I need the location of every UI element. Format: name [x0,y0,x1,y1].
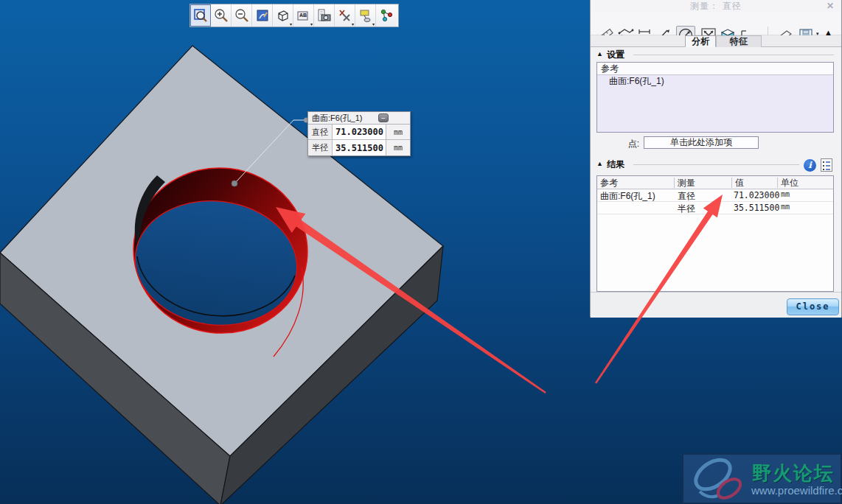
annotation-display-button[interactable]: ▾ [355,4,376,27]
zoom-window-button[interactable] [190,4,211,27]
radius-label: 半径 [308,140,333,155]
measure-dialog: 测量： 直径 ✕ [590,0,842,318]
reference-collector-header: 参考 [597,63,833,75]
watermark-title: 野火论坛 [752,461,835,486]
section-rule [633,55,834,55]
dropdown-arrow-icon: ▾ [310,22,313,27]
repaint-button[interactable] [252,4,273,27]
cell-value: 35.511500 [734,203,779,213]
cell-measure: 直径 [678,190,695,203]
tab-analysis[interactable]: 分析 [685,35,716,47]
display-style-cube-icon [275,7,291,24]
watermark-url: www.proewildfire.cn [751,484,842,497]
spin-center-icon [378,7,394,24]
repaint-icon [254,7,271,24]
cell-measure: 半径 [678,203,695,215]
close-button[interactable]: Close [787,298,839,315]
diameter-value: 71.023000 [333,125,386,139]
section-rule [633,164,799,165]
tooltip-surface-label: 曲面:F6(孔_1) [312,113,362,124]
cell-unit: mm [781,190,790,198]
view-toolbar: ▾ AB ▾ ▾ [189,4,399,27]
collapse-triangle-icon[interactable]: ▲ [596,50,603,57]
dropdown-arrow-icon: ▾ [352,22,354,27]
radius-unit: mm [386,140,410,155]
cell-unit: mm [781,203,790,211]
annotation-tag-icon [358,7,374,24]
table-row[interactable]: 半径 35.511500 mm [597,202,833,214]
spin-center-button[interactable] [376,4,397,27]
col-value: 值 [735,177,744,189]
reference-item-surface[interactable]: 曲面:F6(孔_1) [597,75,833,87]
diameter-label: 直径 [308,125,333,139]
dropdown-arrow-icon: ▾ [372,22,375,27]
zoom-out-button[interactable] [232,4,252,27]
col-measure: 测量 [678,177,695,189]
tab-feature[interactable]: 特征 [716,35,762,47]
results-label: 结果 [607,158,624,171]
dialog-title: 测量： 直径 [591,0,841,12]
tooltip-diameter-row: 直径 71.023000 mm [308,125,410,140]
note-button[interactable]: AB ▾ [293,4,314,27]
saved-views-button[interactable] [314,4,335,27]
display-style-button[interactable]: ▾ [273,4,293,27]
datum-off-icon [337,7,353,24]
radius-value: 35.511500 [333,140,386,155]
tooltip-minimize-button[interactable]: − [378,113,389,122]
point-label: 点: [596,138,639,150]
reference-collector[interactable]: 参考 曲面:F6(孔_1) [596,62,834,133]
diameter-unit: mm [386,125,410,139]
zoom-in-icon [213,7,229,24]
collapse-triangle-icon[interactable]: ▲ [596,160,603,167]
settings-label: 设置 [607,49,624,61]
close-icon[interactable]: ✕ [825,1,835,11]
results-table: 参考 测量 值 单位 曲面:F6(孔_1) 直径 71.023000 mm 半径… [596,175,834,292]
info-icon[interactable]: i [804,159,816,172]
cad-application-window: ▾ AB ▾ ▾ [0,0,842,504]
measure-point-dot[interactable] [232,181,237,186]
settings-section-header: ▲ 设置 [591,49,841,60]
measure-toolbar: ▾ ▲ [591,12,841,35]
note-ab-icon: AB [296,7,312,24]
col-unit: 单位 [781,177,798,189]
results-table-header: 参考 测量 值 单位 [597,176,833,189]
measure-tooltip-header: 曲面:F6(孔_1) − [308,112,410,125]
zoom-out-icon [234,7,250,24]
forum-logo-icon [685,456,755,504]
cell-value: 71.023000 [734,190,779,200]
report-icon[interactable] [821,158,832,172]
cell-reference: 曲面:F6(孔_1) [600,190,655,203]
dialog-tabs: 分析 特征 [591,35,841,47]
zoom-in-button[interactable] [211,4,232,27]
note-ab-label: AB [299,13,307,18]
datum-display-button[interactable]: ▾ [335,4,355,27]
point-collector-field[interactable]: 单击此处添加项 [644,136,759,149]
forum-watermark: 野火论坛 www.proewildfire.cn [682,453,842,504]
measure-tooltip: 曲面:F6(孔_1) − 直径 71.023000 mm 半径 35.51150… [307,111,411,156]
tooltip-radius-row: 半径 35.511500 mm [308,140,410,155]
col-reference: 参考 [600,177,618,189]
saved-views-camera-icon [316,7,333,24]
zoom-window-icon [192,7,209,24]
table-row[interactable]: 曲面:F6(孔_1) 直径 71.023000 mm [597,189,833,202]
dialog-footer: Close [591,292,841,318]
dropdown-arrow-icon: ▾ [290,22,292,27]
